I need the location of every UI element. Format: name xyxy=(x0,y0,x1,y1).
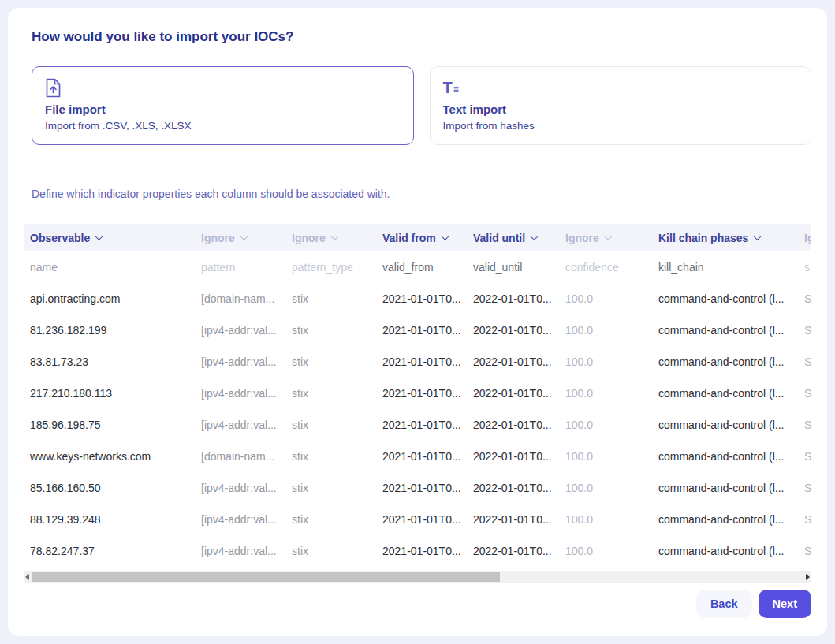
field-name-cell: name xyxy=(24,261,201,274)
table-cell: 100.0 xyxy=(565,356,658,368)
table-cell: stix xyxy=(292,450,382,463)
chevron-down-icon xyxy=(330,233,338,240)
chevron-down-icon xyxy=(531,233,539,240)
import-wizard-panel: How would you like to import your IOCs? … xyxy=(8,8,827,636)
text-lines-icon: T≡ xyxy=(443,77,799,98)
table-cell: [ipv4-addr:val... xyxy=(201,324,292,337)
column-select-7[interactable]: Ignore xyxy=(804,232,811,244)
table-cell: 2021-01-01T0... xyxy=(382,513,473,526)
table-cell: S xyxy=(804,450,811,463)
table-cell: S xyxy=(804,419,811,431)
table-cell: 2022-01-01T0... xyxy=(473,513,565,526)
table-cell: www.keys-networks.com xyxy=(24,450,201,463)
column-select-0[interactable]: Observable xyxy=(24,232,201,244)
table-cell: 100.0 xyxy=(565,513,658,526)
table-cell: 217.210.180.113 xyxy=(24,387,201,400)
table-cell: 100.0 xyxy=(565,419,658,431)
table-cell: 2022-01-01T0... xyxy=(473,450,565,463)
table-cell: api.ontracting.com xyxy=(24,292,201,305)
table-header-row: ObservableIgnoreIgnoreValid fromValid un… xyxy=(24,224,811,251)
table-cell: command-and-control (l... xyxy=(658,356,804,368)
table-cell: stix xyxy=(292,324,382,337)
table-row: 83.81.73.23[ipv4-addr:val...stix2021-01-… xyxy=(24,346,811,378)
table-row: 81.236.182.199[ipv4-addr:val...stix2021-… xyxy=(24,315,811,346)
table-cell: 2022-01-01T0... xyxy=(473,356,565,368)
table-cell: stix xyxy=(292,513,382,526)
back-button[interactable]: Back xyxy=(696,590,752,618)
column-select-5[interactable]: Ignore xyxy=(565,232,658,244)
table-cell: stix xyxy=(292,356,382,368)
table-cell: 2022-01-01T0... xyxy=(473,482,565,494)
table-cell: 2022-01-01T0... xyxy=(473,419,565,431)
table-cell: command-and-control (l... xyxy=(658,545,804,557)
table-cell: [ipv4-addr:val... xyxy=(201,419,292,431)
mapping-description: Define which indicator properties each c… xyxy=(32,187,811,202)
column-select-2[interactable]: Ignore xyxy=(292,232,382,244)
table-cell: 2022-01-01T0... xyxy=(473,324,565,337)
page-title: How would you like to import your IOCs? xyxy=(32,28,811,46)
column-select-3[interactable]: Valid from xyxy=(382,232,473,244)
scroll-right-arrow-icon[interactable] xyxy=(806,574,810,580)
table-cell: 185.96.198.75 xyxy=(24,419,201,431)
table-cell: command-and-control (l... xyxy=(658,324,804,337)
table-cell: 100.0 xyxy=(565,482,658,494)
file-import-card[interactable]: File import Import from .CSV, .XLS, .XLS… xyxy=(32,66,414,145)
table-cell: [domain-nam... xyxy=(201,450,292,463)
table-cell: 2022-01-01T0... xyxy=(473,545,565,557)
table-cell: stix xyxy=(292,545,382,557)
scrollbar-thumb[interactable] xyxy=(32,572,500,582)
table-cell: 81.236.182.199 xyxy=(24,324,201,337)
field-name-cell: kill_chain xyxy=(658,261,804,274)
table-cell: command-and-control (l... xyxy=(658,419,804,431)
field-name-cell: valid_from xyxy=(382,261,473,274)
table-cell: command-and-control (l... xyxy=(658,292,804,305)
chevron-down-icon xyxy=(754,233,762,240)
table-cell: 100.0 xyxy=(565,324,658,337)
table-cell: command-and-control (l... xyxy=(658,513,804,526)
table-row: 217.210.180.113[ipv4-addr:val...stix2021… xyxy=(24,378,811,409)
table-cell: stix xyxy=(292,387,382,400)
table-cell: command-and-control (l... xyxy=(658,387,804,400)
horizontal-scrollbar[interactable] xyxy=(24,571,811,583)
table-cell: 2021-01-01T0... xyxy=(382,324,473,337)
table-row: 185.96.198.75[ipv4-addr:val...stix2021-0… xyxy=(24,409,811,441)
table-row: 85.166.160.50[ipv4-addr:val...stix2021-0… xyxy=(24,472,811,504)
table-cell: 2022-01-01T0... xyxy=(473,387,565,400)
field-name-cell: confidence xyxy=(565,261,658,274)
table-cell: 2021-01-01T0... xyxy=(382,450,473,463)
import-options: File import Import from .CSV, .XLS, .XLS… xyxy=(32,66,811,145)
next-button[interactable]: Next xyxy=(759,590,811,618)
chevron-down-icon xyxy=(604,233,612,240)
scroll-left-arrow-icon[interactable] xyxy=(25,574,29,580)
table-cell: [ipv4-addr:val... xyxy=(201,545,292,557)
table-row: 88.129.39.248[ipv4-addr:val...stix2021-0… xyxy=(24,504,811,535)
table-cell: 100.0 xyxy=(565,292,658,305)
field-name-cell: pattern xyxy=(201,261,292,274)
field-name-cell: pattern_type xyxy=(292,261,382,274)
table-cell: 2021-01-01T0... xyxy=(382,545,473,557)
column-select-1[interactable]: Ignore xyxy=(201,232,292,244)
card-subtitle: Import from hashes xyxy=(443,119,799,133)
table-cell: 2021-01-01T0... xyxy=(382,356,473,368)
text-import-card[interactable]: T≡ Text import Import from hashes xyxy=(430,66,812,145)
table-cell: 100.0 xyxy=(565,545,658,557)
table-row: api.ontracting.com[domain-nam...stix2021… xyxy=(24,283,811,315)
card-title: Text import xyxy=(443,102,799,117)
chevron-down-icon xyxy=(95,233,103,240)
table-cell: [ipv4-addr:val... xyxy=(201,387,292,400)
column-select-6[interactable]: Kill chain phases xyxy=(658,232,804,244)
table-cell: [ipv4-addr:val... xyxy=(201,513,292,526)
table-cell: S xyxy=(804,387,811,400)
column-mapping-table: ObservableIgnoreIgnoreValid fromValid un… xyxy=(24,224,811,567)
table-cell: S xyxy=(804,324,811,337)
table-cell: 78.82.247.37 xyxy=(24,545,201,557)
chevron-down-icon xyxy=(240,233,248,240)
column-select-4[interactable]: Valid until xyxy=(473,232,565,244)
file-upload-icon xyxy=(45,77,401,98)
chevron-down-icon xyxy=(441,233,449,240)
table-row: www.keys-networks.com[domain-nam...stix2… xyxy=(24,441,811,472)
table-cell: S xyxy=(804,513,811,526)
table-cell: [ipv4-addr:val... xyxy=(201,482,292,494)
table-cell: [ipv4-addr:val... xyxy=(201,356,292,368)
table-cell: stix xyxy=(292,482,382,494)
